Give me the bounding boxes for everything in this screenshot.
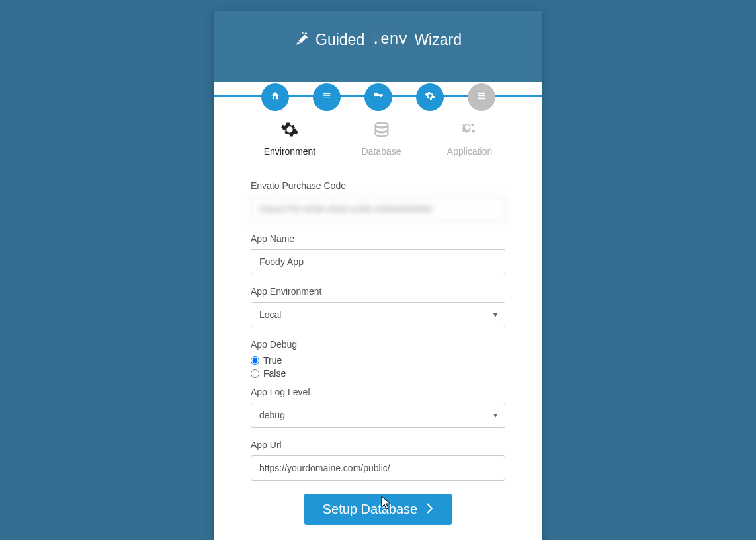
wizard-card: Guided .env Wizard Environment Database [214,11,542,540]
gear-icon [425,91,435,104]
tab-application[interactable]: Application [441,120,499,167]
chevron-right-icon [427,502,433,517]
radio-false-text: False [263,368,286,379]
group-app-url: App Url [251,440,505,481]
select-app-env[interactable]: Local [251,302,505,327]
submit-row: Setup Database [251,494,505,525]
step-server[interactable] [468,83,495,111]
cogs-icon [447,120,493,141]
database-icon [362,120,401,141]
tab-database-label: Database [362,146,401,157]
wizard-steps [261,83,495,111]
list-icon [321,91,332,104]
group-purchase-code: Envato Purchase Code [251,180,505,221]
step-gear[interactable] [416,83,444,111]
group-app-debug: App Debug True False [251,339,505,379]
tab-database[interactable]: Database [355,120,408,167]
tab-environment[interactable]: Environment [257,120,323,167]
key-icon [373,91,384,104]
group-app-name: App Name [251,233,505,274]
card-header: Guided .env Wizard [214,11,542,82]
title-suffix: Wizard [414,31,462,49]
label-app-debug: App Debug [251,339,505,350]
server-icon [476,91,487,104]
step-key[interactable] [364,83,392,111]
label-app-name: App Name [251,233,505,244]
label-log-level: App Log Level [251,387,505,397]
input-app-name[interactable] [251,249,505,274]
group-app-env: App Environment Local [251,286,505,327]
wizard-title: Guided .env Wizard [294,30,462,49]
select-log-level[interactable]: debug [251,403,505,428]
group-log-level: App Log Level debug [251,387,505,428]
cog-icon [264,120,316,141]
form-area: Envato Purchase Code App Name App Enviro… [214,174,542,540]
home-icon [270,91,280,104]
submit-label: Setup Database [323,502,417,517]
radio-true-text: True [263,355,282,366]
input-app-url[interactable] [251,455,505,481]
radio-false[interactable] [251,369,259,378]
tab-application-label: Application [447,146,493,157]
input-purchase-code[interactable] [251,196,505,221]
wand-icon [294,30,309,49]
step-home[interactable] [261,83,289,111]
label-purchase-code: Envato Purchase Code [251,180,505,191]
label-app-env: App Environment [251,286,505,297]
label-app-url: App Url [251,440,505,450]
radio-true[interactable] [251,356,259,365]
setup-database-button[interactable]: Setup Database [304,494,452,525]
step-list[interactable] [313,83,341,111]
radio-true-label[interactable]: True [251,355,505,366]
tab-environment-label: Environment [264,146,316,157]
title-env: .env [371,31,407,48]
title-prefix: Guided [315,31,364,49]
radio-false-label[interactable]: False [251,368,505,379]
